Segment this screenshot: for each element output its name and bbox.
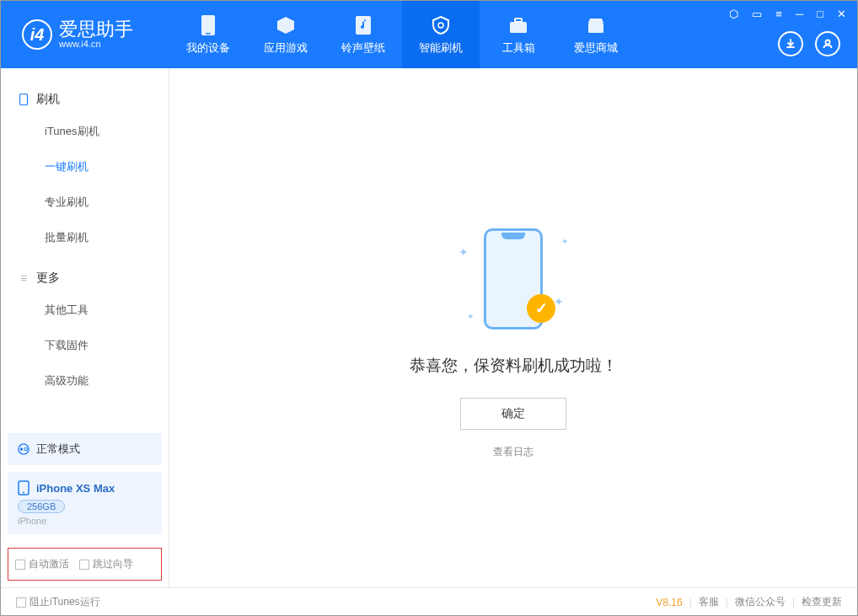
sidebar-item-pro-flash[interactable]: 专业刷机 xyxy=(1,185,169,220)
tab-label: 智能刷机 xyxy=(419,40,463,56)
window-controls: ⬡ ▭ ≡ ─ □ ✕ xyxy=(727,6,849,22)
download-icon[interactable] xyxy=(778,31,803,56)
tab-label: 爱思商城 xyxy=(574,40,618,56)
user-icon[interactable] xyxy=(815,31,840,56)
svg-rect-0 xyxy=(201,15,215,35)
svg-point-13 xyxy=(23,492,24,494)
device-capacity: 256GB xyxy=(18,500,65,513)
svg-rect-6 xyxy=(588,23,603,33)
logo-block: i4 爱思助手 www.i4.cn xyxy=(1,19,169,50)
sidebar-item-download-firmware[interactable]: 下载固件 xyxy=(1,328,169,363)
tab-label: 我的设备 xyxy=(186,40,230,56)
tab-label: 铃声壁纸 xyxy=(341,40,385,56)
footer-link-update[interactable]: 检查更新 xyxy=(802,595,842,609)
svg-point-10 xyxy=(20,447,24,451)
sidebar-section-flash: 刷机 xyxy=(1,85,169,114)
device-icon xyxy=(197,14,219,36)
sparkle-icon: ✦ xyxy=(561,237,568,246)
mode-box[interactable]: 正常模式 xyxy=(8,433,162,465)
device-name: iPhone XS Max xyxy=(36,482,115,495)
footer-bar: 阻止iTunes运行 V8.16 | 客服 | 微信公众号 | 检查更新 xyxy=(1,587,857,616)
checkbox-icon xyxy=(79,560,89,570)
sidebar-item-oneclick-flash[interactable]: 一键刷机 xyxy=(1,149,169,185)
minimize-icon[interactable]: ─ xyxy=(793,6,806,22)
device-phone-icon xyxy=(18,480,29,495)
device-type: iPhone xyxy=(18,516,152,526)
shop-icon xyxy=(585,14,607,36)
checkbox-block-itunes[interactable]: 阻止iTunes运行 xyxy=(16,595,100,609)
mode-icon xyxy=(18,443,29,455)
nav-tabs: 我的设备 应用游戏 铃声壁纸 智能刷机 工具箱 爱思商城 xyxy=(169,1,635,68)
tab-label: 应用游戏 xyxy=(264,40,308,56)
mode-label: 正常模式 xyxy=(36,442,80,457)
logo-icon: i4 xyxy=(22,19,52,50)
checkbox-auto-activate[interactable]: 自动激活 xyxy=(15,557,69,571)
success-message: 恭喜您，保资料刷机成功啦！ xyxy=(410,355,618,377)
device-box[interactable]: iPhone XS Max 256GB iPhone xyxy=(8,472,162,534)
sidebar-item-batch-flash[interactable]: 批量刷机 xyxy=(1,220,169,255)
svg-rect-5 xyxy=(515,19,522,22)
toolbox-icon xyxy=(507,14,529,36)
close-icon[interactable]: ✕ xyxy=(834,6,849,22)
check-badge-icon: ✓ xyxy=(527,294,555,323)
sidebar: 刷机 iTunes刷机 一键刷机 专业刷机 批量刷机 ≡ 更多 其他工具 下载固… xyxy=(1,68,169,587)
list-icon: ≡ xyxy=(18,272,29,284)
checkbox-skip-wizard[interactable]: 跳过向导 xyxy=(79,557,133,571)
music-icon xyxy=(352,14,374,36)
svg-rect-4 xyxy=(510,22,527,33)
checkbox-icon xyxy=(15,560,25,570)
note-icon[interactable]: ▭ xyxy=(749,6,764,22)
svg-point-7 xyxy=(826,40,830,45)
menu-icon[interactable]: ≡ xyxy=(773,6,785,22)
logo-subtitle: www.i4.cn xyxy=(59,39,133,49)
sidebar-section-more: ≡ 更多 xyxy=(1,264,169,292)
shield-icon xyxy=(430,14,452,36)
cube-icon xyxy=(275,14,297,36)
header-action-icons xyxy=(778,31,840,56)
tab-my-device[interactable]: 我的设备 xyxy=(169,1,247,68)
tab-ringtone[interactable]: 铃声壁纸 xyxy=(324,1,402,68)
version-label: V8.16 xyxy=(656,597,682,608)
tab-label: 工具箱 xyxy=(502,40,535,56)
shirt-icon[interactable]: ⬡ xyxy=(727,6,741,22)
svg-point-11 xyxy=(24,447,28,451)
device-small-icon xyxy=(18,94,29,105)
svg-rect-8 xyxy=(20,94,28,105)
main-content: ✦ ✦ ✦ ✦ ✓ 恭喜您，保资料刷机成功啦！ 确定 查看日志 xyxy=(169,68,857,587)
sidebar-item-advanced[interactable]: 高级功能 xyxy=(1,363,169,399)
checkbox-icon xyxy=(16,597,26,608)
svg-point-3 xyxy=(438,23,443,28)
view-log-link[interactable]: 查看日志 xyxy=(493,445,534,459)
options-row: 自动激活 跳过向导 xyxy=(8,548,162,581)
sidebar-item-itunes-flash[interactable]: iTunes刷机 xyxy=(1,114,169,149)
tab-flash[interactable]: 智能刷机 xyxy=(402,1,480,68)
tab-toolbox[interactable]: 工具箱 xyxy=(480,1,557,68)
svg-rect-1 xyxy=(206,33,211,35)
logo-title: 爱思助手 xyxy=(59,20,133,39)
sparkle-icon: ✦ xyxy=(458,245,469,259)
footer-link-support[interactable]: 客服 xyxy=(699,595,719,609)
confirm-button[interactable]: 确定 xyxy=(460,398,566,430)
sparkle-icon: ✦ xyxy=(467,312,474,321)
success-illustration: ✦ ✦ ✦ ✦ ✓ xyxy=(446,220,581,338)
tab-shop[interactable]: 爱思商城 xyxy=(557,1,635,68)
tab-apps[interactable]: 应用游戏 xyxy=(247,1,324,68)
sidebar-item-other-tools[interactable]: 其他工具 xyxy=(1,292,169,328)
maximize-icon[interactable]: □ xyxy=(814,6,826,22)
footer-link-wechat[interactable]: 微信公众号 xyxy=(735,595,786,609)
header-bar: i4 爱思助手 www.i4.cn 我的设备 应用游戏 铃声壁纸 智能刷机 工具… xyxy=(1,1,857,68)
